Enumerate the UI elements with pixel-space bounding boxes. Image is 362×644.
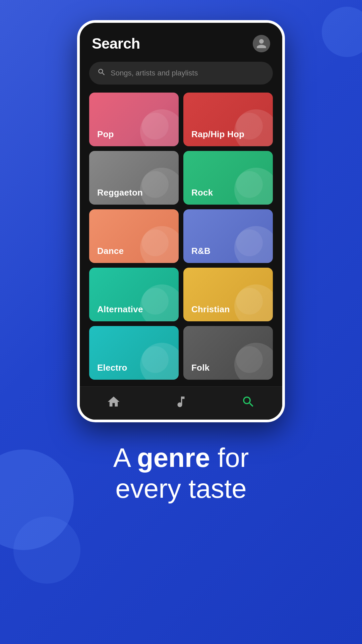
genre-card-dance[interactable]: Dance (89, 209, 179, 263)
phone-frame: Search Songs, artists and playlists Pop (77, 20, 285, 422)
genre-card-electro[interactable]: Electro (89, 326, 179, 380)
nav-music[interactable] (174, 395, 188, 409)
home-icon (107, 395, 121, 409)
genre-grid: Pop Rap/Hip Hop Reggaeton Rock Dance R&B… (80, 93, 282, 386)
genre-label-rock: Rock (191, 187, 213, 198)
search-bar[interactable]: Songs, artists and playlists (89, 62, 273, 85)
bottom-nav (80, 386, 282, 420)
search-placeholder: Songs, artists and playlists (111, 69, 198, 77)
genre-label-rnb: R&B (191, 246, 210, 256)
genre-card-rock[interactable]: Rock (183, 151, 273, 205)
genre-card-reggaeton[interactable]: Reggaeton (89, 151, 179, 205)
genre-card-alternative[interactable]: Alternative (89, 268, 179, 321)
genre-card-rnb[interactable]: R&B (183, 209, 273, 263)
genre-card-folk[interactable]: Folk (183, 326, 273, 380)
nav-search[interactable] (241, 395, 255, 409)
tagline-line2: every taste (113, 473, 249, 504)
music-icon (174, 395, 188, 409)
bg-decoration-2 (13, 517, 80, 584)
search-icon (97, 68, 106, 78)
genre-label-folk: Folk (191, 363, 209, 373)
tagline-bold-word: genre (137, 443, 210, 473)
app-content: Search Songs, artists and playlists Pop (80, 23, 282, 420)
genre-label-pop: Pop (97, 129, 114, 140)
genre-card-christian[interactable]: Christian (183, 268, 273, 321)
genre-label-reggaeton: Reggaeton (97, 187, 143, 198)
genre-label-alternative: Alternative (97, 304, 143, 315)
genre-card-rap[interactable]: Rap/Hip Hop (183, 93, 273, 146)
genre-label-dance: Dance (97, 246, 124, 256)
bg-decoration-3 (322, 7, 362, 57)
genre-label-rap: Rap/Hip Hop (191, 129, 244, 140)
genre-label-christian: Christian (191, 304, 230, 315)
page-title: Search (92, 35, 140, 52)
user-icon (256, 38, 267, 49)
nav-home[interactable] (107, 395, 121, 409)
app-header: Search (80, 23, 282, 58)
search-nav-icon (241, 395, 255, 409)
avatar[interactable] (253, 35, 270, 52)
genre-card-pop[interactable]: Pop (89, 93, 179, 146)
tagline-line1: A genre for (113, 442, 249, 473)
tagline-container: A genre for every taste (93, 442, 269, 504)
genre-label-electro: Electro (97, 363, 127, 373)
